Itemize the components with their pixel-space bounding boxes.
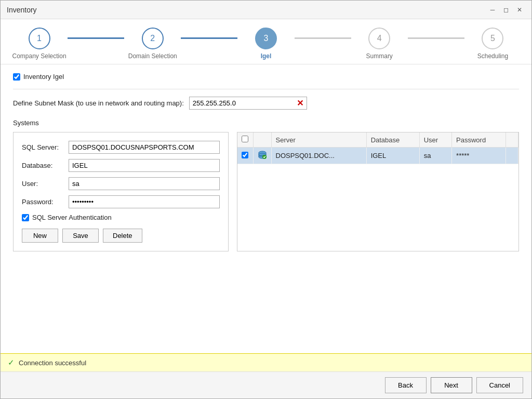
step-company-selection: 1 Company Selection (11, 28, 68, 60)
systems-area: SQL Server: Database: User: Password: (13, 132, 519, 251)
subnet-clear-button[interactable]: ✕ (294, 97, 307, 109)
inventory-igel-label[interactable]: Inventory Igel (13, 73, 64, 81)
save-button-label: Save (73, 232, 88, 240)
systems-form: SQL Server: Database: User: Password: (13, 132, 229, 251)
select-all-checkbox[interactable] (242, 136, 248, 142)
sql-server-row: SQL Server: (22, 141, 220, 154)
user-row: User: (22, 177, 220, 190)
row-extra-cell (506, 148, 518, 164)
sql-server-label: SQL Server: (22, 143, 69, 151)
step-summary: 4 Summary (351, 28, 408, 60)
close-button[interactable]: ✕ (514, 4, 525, 16)
row-user-cell: sa (419, 148, 451, 164)
connector-1-2 (68, 37, 124, 39)
delete-button[interactable]: Delete (103, 229, 142, 243)
systems-table-wrap: Server Database User Password (237, 132, 519, 251)
form-buttons: New Save Delete (22, 229, 220, 243)
divider-1 (13, 89, 519, 89)
step-5-label: Scheduling (477, 52, 508, 60)
step-3-circle: 3 (255, 28, 277, 49)
row-database-cell: IGEL (366, 148, 419, 164)
row-server-cell: DOSPSQ01.DOC... (271, 148, 366, 164)
subnet-mask-label: Define Subnet Mask (to use in network an… (13, 99, 184, 107)
back-button-label: Back (398, 381, 413, 389)
database-label: Database: (22, 162, 69, 169)
database-row: Database: (22, 159, 220, 172)
cancel-button-label: Cancel (489, 381, 510, 389)
sql-server-input[interactable] (69, 141, 220, 154)
save-button[interactable]: Save (62, 229, 99, 243)
col-actions (506, 132, 518, 148)
inventory-igel-section: Inventory Igel (13, 73, 519, 81)
row-icon-cell (253, 148, 271, 164)
window-controls: ─ ◻ ✕ (487, 4, 525, 16)
step-domain-selection: 2 Domain Selection (124, 28, 181, 60)
step-1-label: Company Selection (12, 52, 66, 60)
table-header-row: Server Database User Password (237, 132, 518, 148)
subnet-mask-row: Define Subnet Mask (to use in network an… (13, 97, 519, 110)
step-2-label: Domain Selection (128, 52, 177, 60)
col-database: Database (366, 132, 419, 148)
step-4-label: Summary (366, 52, 393, 60)
systems-table: Server Database User Password (237, 132, 518, 164)
maximize-button[interactable]: ◻ (500, 4, 512, 16)
connector-3-4 (295, 37, 351, 39)
step-5-circle: 5 (482, 28, 503, 49)
step-3-label: Igel (261, 52, 272, 60)
main-content: Inventory Igel Define Subnet Mask (to us… (1, 64, 531, 353)
password-row: Password: (22, 195, 220, 208)
col-checkbox (237, 132, 253, 148)
sql-auth-label: SQL Server Authentication (32, 214, 112, 221)
col-icon (253, 132, 271, 148)
password-input[interactable] (69, 195, 220, 208)
back-button[interactable]: Back (385, 377, 427, 393)
step-2-circle: 2 (142, 28, 164, 49)
status-bar: ✓ Connection successful (1, 353, 531, 371)
sql-auth-checkbox[interactable] (22, 214, 29, 221)
step-1-circle: 1 (29, 28, 50, 49)
wizard-steps: 1 Company Selection 2 Domain Selection 3… (1, 19, 531, 64)
database-icon (258, 150, 267, 159)
database-input[interactable] (69, 159, 220, 172)
col-password: Password (452, 132, 506, 148)
row-checkbox[interactable] (242, 152, 248, 158)
inventory-igel-checkbox[interactable] (13, 73, 20, 81)
next-button-label: Next (444, 381, 458, 389)
minimize-button[interactable]: ─ (487, 4, 498, 16)
delete-button-label: Delete (113, 232, 132, 240)
next-button[interactable]: Next (431, 377, 472, 393)
step-scheduling: 5 Scheduling (464, 28, 521, 60)
col-server: Server (271, 132, 366, 148)
title-bar: Inventory ─ ◻ ✕ (1, 1, 531, 19)
step-4-circle: 4 (368, 28, 390, 49)
cancel-button[interactable]: Cancel (476, 377, 523, 393)
connector-2-3 (181, 37, 237, 39)
systems-label: Systems (13, 119, 519, 127)
step-igel: 3 Igel (237, 28, 294, 60)
subnet-input-wrap: ✕ (189, 97, 307, 110)
bottom-bar: Back Next Cancel (1, 371, 531, 398)
connector-4-5 (408, 37, 464, 39)
user-label: User: (22, 180, 69, 188)
status-message: Connection successful (19, 359, 86, 367)
status-check-icon: ✓ (8, 358, 15, 367)
subnet-mask-input[interactable] (190, 97, 294, 109)
new-button[interactable]: New (22, 229, 58, 243)
password-label: Password: (22, 198, 69, 206)
main-window: Inventory ─ ◻ ✕ 1 Company Selection 2 Do… (0, 0, 532, 399)
row-checkbox-cell (237, 148, 253, 164)
row-password-cell: ***** (452, 148, 506, 164)
user-input[interactable] (69, 177, 220, 190)
table-row: DOSPSQ01.DOC... IGEL sa ***** (237, 148, 518, 164)
col-user: User (419, 132, 451, 148)
auth-row: SQL Server Authentication (22, 214, 220, 221)
new-button-label: New (33, 232, 47, 240)
window-title: Inventory (7, 6, 37, 14)
